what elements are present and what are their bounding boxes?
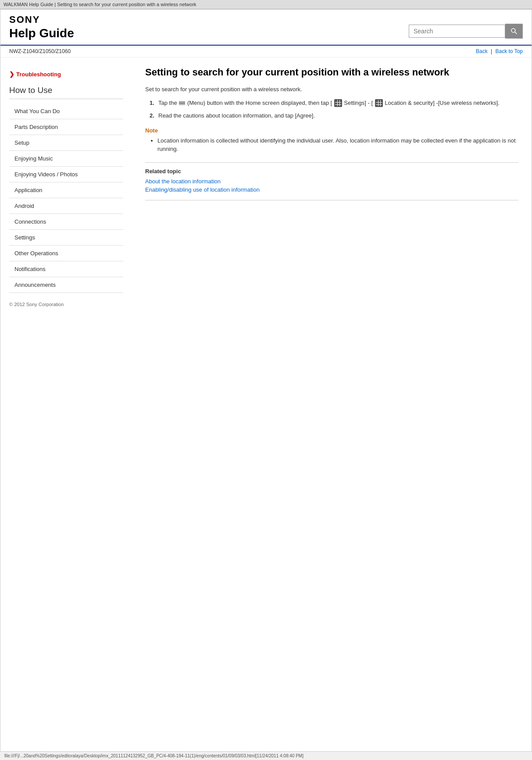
sidebar-item-connections[interactable]: Connections: [9, 214, 123, 230]
related-link-about-location[interactable]: About the location information: [145, 178, 518, 185]
header: SONY Help Guide: [0, 10, 532, 46]
note-section: Note Location information is collected w…: [145, 127, 518, 153]
sidebar-item-enjoying-videos-photos[interactable]: Enjoying Videos / Photos: [9, 167, 123, 182]
svg-point-0: [511, 29, 515, 32]
sub-header: NWZ-Z1040/Z1050/Z1060 Back | Back to Top: [0, 46, 532, 57]
intro-text: Set to search for your current position …: [145, 86, 518, 93]
nav-separator: |: [491, 48, 492, 54]
svg-line-1: [515, 32, 517, 34]
search-icon: [511, 28, 518, 35]
grid-icon: [375, 99, 383, 107]
how-to-use-title: How to Use: [9, 86, 123, 99]
related-link-enabling-disabling[interactable]: Enabling/disabling use of location infor…: [145, 186, 518, 193]
header-left: SONY Help Guide: [9, 14, 74, 40]
sidebar-nav: What You Can Do Parts Description Setup …: [9, 103, 123, 293]
sidebar-item-settings[interactable]: Settings: [9, 230, 123, 246]
back-to-top-link[interactable]: Back to Top: [496, 48, 523, 54]
browser-title-bar: WALKMAN Help Guide | Setting to search f…: [0, 0, 532, 9]
note-list: Location information is collected withou…: [145, 136, 518, 153]
sidebar-item-setup[interactable]: Setup: [9, 135, 123, 151]
search-button[interactable]: [505, 24, 523, 39]
steps-list: Tap the (Menu) button with the Home scre…: [145, 99, 518, 120]
step-1: Tap the (Menu) button with the Home scre…: [150, 99, 518, 107]
bottom-bar-text: file:///F|/...20and%20Settings/editorala…: [4, 753, 303, 755]
sidebar-copyright: © 2012 Sony Corporation: [9, 302, 123, 307]
sidebar-item-application[interactable]: Application: [9, 182, 123, 198]
header-right: [409, 24, 523, 39]
help-guide-title: Help Guide: [9, 26, 74, 40]
note-title: Note: [145, 127, 518, 134]
troubleshooting-label: Troubleshooting: [16, 71, 61, 78]
related-topic-section: Related topic About the location informa…: [145, 162, 518, 200]
sidebar-item-parts-description[interactable]: Parts Description: [9, 119, 123, 135]
troubleshooting-arrow-icon: ❯: [9, 71, 14, 78]
sidebar-item-what-you-can-do[interactable]: What You Can Do: [9, 103, 123, 119]
sidebar-item-announcements[interactable]: Announcements: [9, 277, 123, 293]
sidebar-item-android[interactable]: Android: [9, 198, 123, 214]
search-input[interactable]: [409, 25, 505, 38]
model-number: NWZ-Z1040/Z1050/Z1060: [9, 48, 71, 54]
back-link[interactable]: Back: [476, 48, 488, 54]
menu-icon: [179, 100, 185, 106]
content-area: ❯ Troubleshooting How to Use What You Ca…: [0, 57, 532, 316]
note-item-1: Location information is collected withou…: [157, 136, 518, 153]
page-title: Setting to search for your current posit…: [145, 66, 518, 79]
troubleshooting-link[interactable]: ❯ Troubleshooting: [9, 71, 123, 78]
browser-title-text: WALKMAN Help Guide | Setting to search f…: [4, 2, 196, 7]
sidebar-item-enjoying-music[interactable]: Enjoying Music: [9, 151, 123, 167]
step-2: Read the cautions about location informa…: [150, 111, 518, 120]
sony-logo: SONY: [9, 14, 74, 25]
sidebar: ❯ Troubleshooting How to Use What You Ca…: [0, 57, 132, 316]
related-topic-title: Related topic: [145, 168, 518, 175]
sidebar-item-other-operations[interactable]: Other Operations: [9, 246, 123, 261]
sidebar-item-notifications[interactable]: Notifications: [9, 261, 123, 277]
nav-links: Back | Back to Top: [476, 48, 523, 54]
bottom-bar: file:///F|/...20and%20Settings/editorala…: [0, 751, 532, 755]
main-content: Setting to search for your current posit…: [132, 57, 532, 316]
page-wrapper: SONY Help Guide NWZ-Z1040/Z1050/Z1060 Ba…: [0, 9, 532, 755]
settings-icon: [334, 99, 342, 107]
